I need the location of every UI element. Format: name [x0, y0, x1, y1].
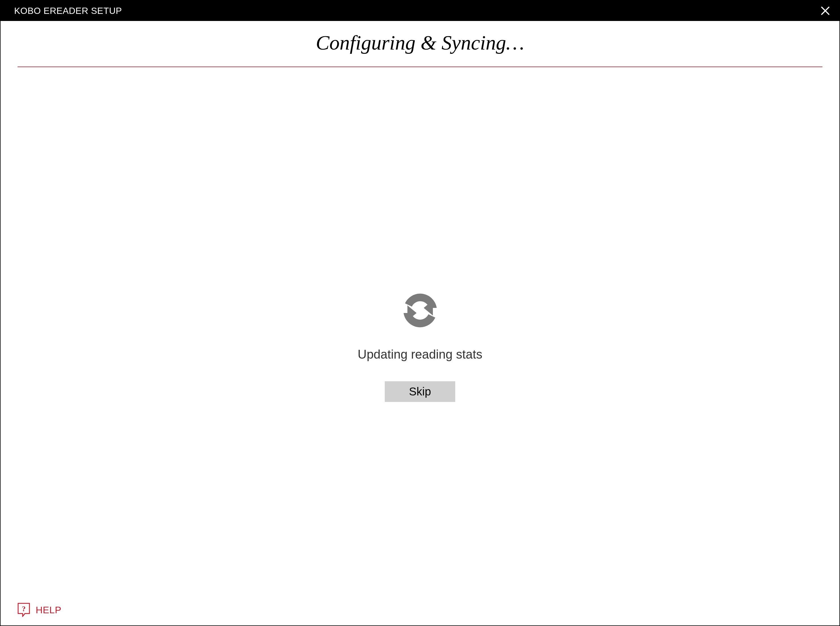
close-button[interactable]	[819, 5, 832, 17]
help-icon: ?	[17, 603, 30, 617]
status-text: Updating reading stats	[358, 347, 482, 362]
help-label: HELP	[36, 604, 61, 615]
close-icon	[820, 5, 831, 16]
svg-text:?: ?	[22, 605, 26, 613]
sync-area: Updating reading stats Skip	[17, 61, 823, 626]
sync-icon	[395, 285, 446, 336]
window-title: KOBO EREADER SETUP	[14, 6, 122, 16]
titlebar: KOBO EREADER SETUP	[0, 0, 840, 21]
page-heading: Configuring & Syncing…	[17, 31, 823, 55]
main-content: Configuring & Syncing… Updating reading …	[0, 21, 840, 626]
help-link[interactable]: ? HELP	[17, 603, 61, 617]
skip-button[interactable]: Skip	[385, 381, 456, 402]
